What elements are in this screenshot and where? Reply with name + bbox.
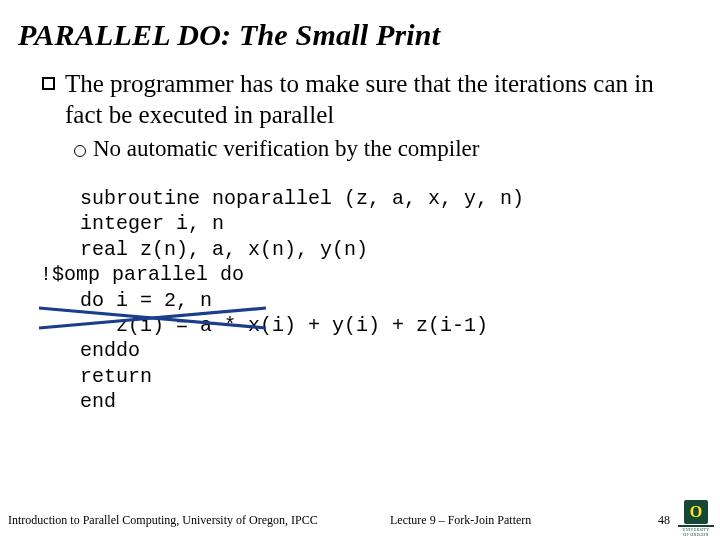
code-line: enddo — [80, 339, 140, 362]
bullet2-text: No automatic verification by the compile… — [93, 136, 479, 162]
code-line: do i = 2, n — [80, 289, 212, 312]
university-oregon-logo: O UNIVERSITY OF OREGON — [678, 500, 714, 536]
square-bullet-icon — [42, 77, 55, 90]
page-number: 48 — [658, 513, 670, 528]
slide-title: PARALLEL DO: The Small Print — [0, 0, 720, 52]
code-line: subroutine noparallel (z, a, x, y, n) — [80, 187, 524, 210]
bullet-level2: No automatic verification by the compile… — [0, 130, 720, 162]
bullet-level1: The programmer has to make sure that the… — [0, 52, 720, 130]
slide: PARALLEL DO: The Small Print The program… — [0, 0, 720, 540]
circle-bullet-icon — [74, 145, 86, 157]
footer-left-text: Introduction to Parallel Computing, Univ… — [8, 513, 318, 528]
code-block: subroutine noparallel (z, a, x, y, n) in… — [0, 162, 720, 415]
logo-letter: O — [690, 503, 702, 521]
code-line: integer i, n — [80, 212, 224, 235]
code-line: end — [80, 390, 116, 413]
footer: Introduction to Parallel Computing, Univ… — [0, 504, 720, 528]
code-line: z(i) = a * x(i) + y(i) + z(i-1) — [80, 314, 488, 337]
code-line: real z(n), a, x(n), y(n) — [80, 238, 368, 261]
logo-text2: OF OREGON — [678, 533, 714, 537]
footer-center-text: Lecture 9 – Fork-Join Pattern — [390, 513, 531, 528]
logo-o-icon: O — [684, 500, 708, 524]
bullet1-text: The programmer has to make sure that the… — [65, 68, 678, 130]
code-line: return — [80, 365, 152, 388]
code-line-struck: !$omp parallel do — [40, 262, 244, 287]
